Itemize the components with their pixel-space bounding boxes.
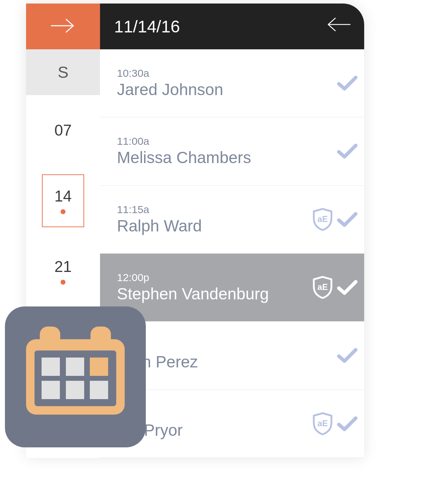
svg-text:aE: aE [317,214,328,224]
arrow-left-icon [325,18,352,37]
appointment-time: 11:00a [117,135,337,147]
shield-icon: aE [312,276,333,299]
event-dot-icon [61,209,66,214]
appointment-name: Stephen Vandenburg [117,284,312,303]
appointment-row[interactable]: 11:00a Melissa Chambers [100,117,364,185]
day-slot[interactable]: 21 [26,236,100,306]
check-icon [337,415,358,432]
appointment-name: Ralph Ward [117,216,312,235]
next-day-button[interactable] [26,4,100,49]
calendar-app-tile[interactable] [5,306,146,447]
weekday-letter: S [26,49,100,95]
day-slot[interactable]: 14 [26,166,100,236]
appointment-time: 5p [117,340,337,352]
shield-icon: aE [312,412,333,435]
day-number: 21 [55,258,72,275]
svg-text:aE: aE [317,282,328,292]
check-icon [337,279,358,296]
shield-icon: aE [312,208,333,231]
event-dot-icon [61,280,66,285]
back-button[interactable] [325,16,352,37]
appointment-time: 5p [117,408,312,420]
check-icon [337,347,358,364]
appointment-name: rek Pryor [117,421,312,440]
appointment-time: 12:00p [117,272,312,284]
appointment-name: Jared Johnson [117,80,337,99]
appointment-time: 11:15a [117,204,312,216]
appointment-row[interactable]: 12:00p Stephen Vandenburg aE [100,254,364,322]
calendar-icon [26,339,125,415]
appointment-row[interactable]: 11:15a Ralph Ward aE [100,186,364,254]
arrow-right-icon [49,17,77,36]
day-number: 07 [55,122,72,139]
check-icon [337,211,358,228]
check-icon [337,75,358,92]
header-date-label: 11/14/16 [114,17,180,36]
day-number: 14 [55,187,72,205]
header-title-bar: 11/14/16 [100,4,364,49]
day-slot[interactable]: 07 [26,95,100,166]
appointment-row[interactable]: 10:30a Jared Johnson [100,49,364,117]
check-icon [337,143,358,160]
svg-text:aE: aE [317,418,328,428]
appointment-time: 10:30a [117,67,337,79]
app-header: 11/14/16 [26,4,364,49]
appointment-name: Melissa Chambers [117,148,337,167]
appointment-name: smin Perez [117,352,337,371]
